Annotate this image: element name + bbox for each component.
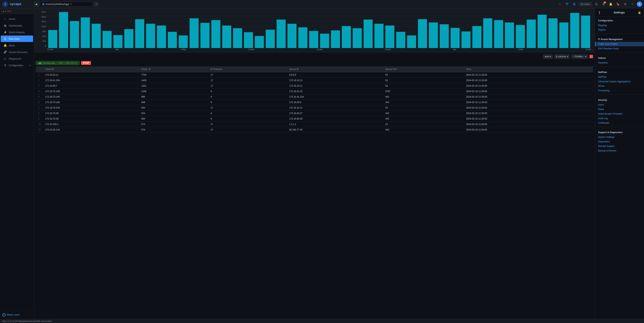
statusbar: https://172.16.60.45/panel/inventory/tra… (0, 319, 644, 323)
sidebar-item-raw-data[interactable]: ☰ Raw Data (1, 36, 33, 42)
cell-server-port: 8787 (383, 89, 464, 94)
nav-back-button[interactable]: ◀ (34, 2, 39, 6)
link-traffic-rule-profiles[interactable]: Traffic Rule Profiles (595, 42, 644, 46)
svg-rect-22 (114, 35, 122, 48)
link-system-settings[interactable]: System Settings (595, 135, 644, 139)
sort-icon[interactable]: ⇅ (148, 68, 150, 70)
columns-select[interactable]: 6 columns ▾ (554, 54, 570, 59)
table-row[interactable]: 9 172.16.70.28 600 6 172.16.60.45 443 20… (36, 116, 593, 122)
query-bar[interactable]: ⊞ inventoryNetflowAggr ▾ (40, 2, 93, 6)
link-advanced-custom-aggregations[interactable]: Advanced Custom Aggregations (595, 79, 644, 84)
share-icon: ⊡ (573, 3, 576, 6)
y-label-0: 210 k (42, 11, 46, 13)
link-audit-log[interactable]: Audit Log (595, 116, 644, 121)
table-row[interactable]: 7 172.16.70.243 644 17 172.16.10.11 53 2… (36, 105, 593, 111)
svg-rect-57 (494, 20, 503, 48)
th-server-ip: Server IP (287, 66, 383, 72)
svg-rect-44 (353, 28, 362, 48)
svg-rect-49 (407, 35, 416, 48)
search-button[interactable] (594, 2, 599, 7)
alert-bar: ▲ 3 ⚠ 1 (0, 8, 34, 14)
table-row[interactable]: 3 172.16.95.7 1361 17 172.16.10.11 53 20… (36, 83, 593, 89)
link-dns-resolver-rules[interactable]: DNS Resolver Rules (595, 46, 644, 51)
section-header-indices: Indices (595, 54, 644, 60)
profiles-select[interactable]: – Profiles – ▾ (572, 54, 588, 59)
auto-select[interactable]: auto ▾ (543, 54, 553, 59)
filter-button[interactable] (564, 2, 570, 7)
row-num: 7 (36, 105, 43, 111)
settings-button[interactable]: ⚙ (622, 2, 628, 7)
table-row[interactable]: 2 172.16.41.254 1400 17 172.16.10.11 53 … (36, 78, 593, 83)
svg-rect-26 (157, 26, 166, 48)
add-tab-button[interactable]: + (94, 2, 99, 6)
cell-time: 2024-02-16 11:30:00 (464, 78, 593, 83)
apps-button[interactable]: ⊞ 7 (601, 2, 606, 7)
table-row[interactable]: 5 172.16.70.145 896 6 172.16.41.234 443 … (36, 94, 593, 100)
cell-flows: 624 (139, 111, 208, 116)
svg-rect-33 (233, 28, 242, 48)
cell-client-ip: 172.16.20.116 (43, 127, 139, 132)
y-label-7: 0 (45, 45, 46, 47)
table-row[interactable]: 4 172.16.70.145 1166 6 172.16.41.22 8787… (36, 89, 593, 94)
row-num: 3 (36, 83, 43, 89)
link-netflow[interactable]: NetFlow (595, 75, 644, 79)
svg-rect-56 (483, 18, 492, 48)
query-dropdown-icon[interactable]: ▾ (70, 3, 72, 6)
svg-rect-59 (516, 25, 525, 48)
link-roles[interactable]: Roles (595, 107, 644, 112)
star-button[interactable]: ☆ (557, 2, 562, 7)
sidebar-item-home[interactable]: ⌂ Home (1, 16, 33, 22)
link-retention[interactable]: Retention (595, 60, 644, 65)
help-button[interactable]: ? (630, 2, 635, 7)
bookmark-button[interactable]: 🔖 (615, 2, 620, 7)
table-row[interactable]: 10 172.16.100.1 574 17 1.1.1.1 23 2024-0… (36, 122, 593, 127)
raw-data-icon: ☰ (4, 37, 7, 40)
link-remote-support[interactable]: Remote Support (595, 144, 644, 148)
table-row[interactable]: 11 172.16.20.116 574 17 82.160.77.35 443… (36, 127, 593, 132)
avatar[interactable]: A (637, 2, 642, 7)
link-diagnostics[interactable]: Diagnostics (595, 139, 644, 144)
table-row[interactable]: 1 172.16.10.11 7754 17 8.8.8.8 53 2024-0… (36, 72, 593, 78)
svg-rect-48 (396, 32, 405, 48)
sidebar-item-assets-discovery[interactable]: 🔗 Assets Discovery (1, 49, 33, 55)
cell-time: 2024-02-16 11:30:00 (464, 94, 593, 100)
cell-proto: 17 (208, 72, 287, 78)
sidebar-item-configuration[interactable]: ⚙ Configuration ▾ (1, 62, 33, 68)
section-header-support: Support & Diagnostics (595, 128, 644, 135)
y-label-2: 150 k (42, 20, 46, 23)
x-label-4: 22-Mar (317, 48, 323, 50)
cell-proto: 17 (208, 122, 287, 127)
stop-button[interactable]: STOP (81, 61, 91, 65)
share-button[interactable]: ⊡ (572, 2, 577, 7)
table-header: Client IP Flows ⇅ IP Protocol Server IP … (36, 66, 593, 72)
link-backup-restore[interactable]: Backup & Restore (595, 148, 644, 153)
th-flows: Flows ⇅ (139, 66, 208, 72)
cell-server-ip: 82.160.77.35 (287, 127, 383, 132)
whats-new-button[interactable]: ✦ What's new? (2, 313, 32, 316)
bell-button[interactable]: 🔔 (608, 2, 613, 7)
link-forwarding[interactable]: Forwarding (595, 88, 644, 93)
divider-5 (595, 127, 644, 127)
svg-rect-23 (124, 29, 133, 48)
fetch-bars-icon (38, 62, 42, 64)
link-users[interactable]: Users (595, 102, 644, 107)
cell-server-ip: 172.16.10.11 (287, 78, 383, 83)
auto-dropdown-icon: ▾ (550, 55, 551, 58)
sidebar-item-dashboards[interactable]: ▦ Dashboards (1, 22, 33, 29)
table-row[interactable]: 6 172.16.70.160 648 6 172.16.60.8 443 20… (36, 100, 593, 105)
sidebar-item-alerts[interactable]: 🔔 Alerts (1, 42, 33, 48)
link-auth-providers[interactable]: Authentication Providers (595, 112, 644, 116)
link-mapping[interactable]: Mapping (595, 23, 644, 28)
sidebar-nav: ⌂ Home ▦ Dashboards ⚡ Quick Analysis ☰ R… (0, 14, 34, 311)
row-num: 2 (36, 78, 43, 83)
link-sflow[interactable]: SFlow (595, 84, 644, 88)
table-row[interactable]: 8 172.16.70.28 624 6 172.16.60.27 443 20… (36, 111, 593, 116)
svg-rect-29 (190, 18, 199, 48)
link-certificates[interactable]: Certificates (595, 121, 644, 125)
sidebar-item-quick-analysis[interactable]: ⚡ Quick Analysis (1, 29, 33, 35)
sidebar-item-playground[interactable]: ▷ Playground (1, 56, 33, 62)
panel-toggle-button[interactable]: ❯ (598, 10, 600, 14)
link-objects[interactable]: Objects (595, 28, 644, 32)
cell-flows: 648 (139, 100, 208, 105)
yellow-alert: ⚠ 1 (7, 10, 11, 12)
